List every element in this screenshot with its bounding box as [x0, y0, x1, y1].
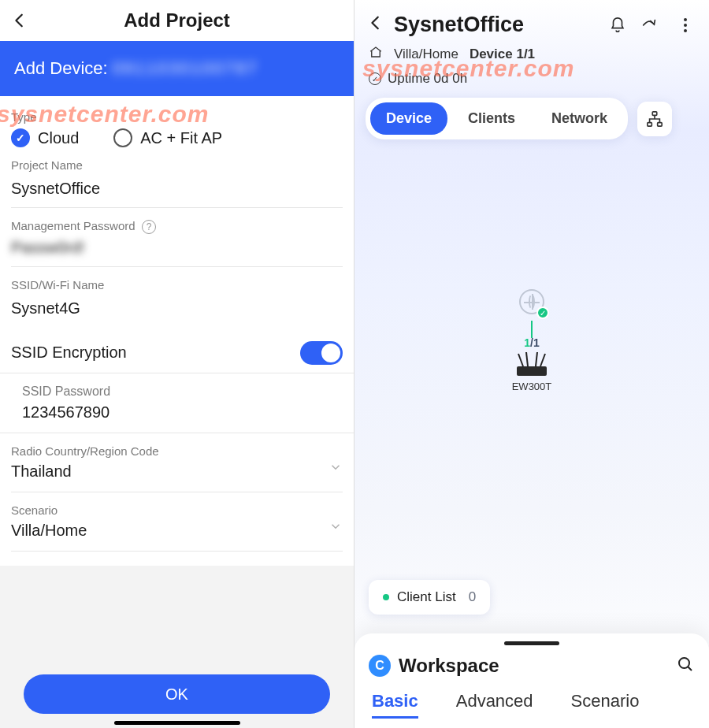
- ssid-encryption-label: SSID Encryption: [11, 344, 127, 362]
- subheader-row-2: ✓ Uptime 0d 0h: [354, 66, 709, 98]
- radio-acfit-label: AC + Fit AP: [140, 129, 222, 147]
- check-badge-icon: ✓: [536, 306, 549, 319]
- segment-device[interactable]: Device: [370, 102, 447, 135]
- more-icon[interactable]: [674, 14, 696, 36]
- type-group: Type Cloud AC + Fit AP: [0, 96, 354, 147]
- topology-canvas[interactable]: ✓ 1/1 EW300T Client List 0: [354, 139, 709, 633]
- radio-checked-icon: [11, 128, 30, 147]
- segment-network[interactable]: Network: [536, 102, 623, 135]
- svg-line-6: [540, 354, 545, 366]
- sheet-handle[interactable]: [504, 641, 559, 645]
- tab-scenario[interactable]: Scenario: [571, 691, 640, 719]
- radio-unchecked-icon: [113, 128, 132, 147]
- svg-line-4: [526, 352, 528, 366]
- workspace-sheet: C Workspace Basic Advanced Scenario: [354, 633, 709, 728]
- ssid-field: SSID/Wi-Fi Name: [0, 267, 354, 327]
- topology-node[interactable]: ✓ 1/1 EW300T: [510, 289, 553, 392]
- status-dot-icon: [383, 594, 389, 600]
- project-title: SysnetOffice: [394, 13, 597, 37]
- svg-line-5: [536, 352, 537, 366]
- svg-rect-2: [658, 122, 663, 126]
- segment-clients[interactable]: Clients: [452, 102, 531, 135]
- mgmt-password-field: Management Password ? Passw0rd!: [0, 208, 354, 267]
- ssid-encryption-toggle[interactable]: [300, 341, 343, 365]
- add-device-bar: Add Device: 0911030100787: [0, 41, 354, 96]
- chevron-down-icon: [329, 460, 343, 478]
- client-list-chip[interactable]: Client List 0: [369, 580, 490, 615]
- project-name-input[interactable]: [11, 172, 343, 208]
- topology-button[interactable]: [637, 102, 672, 136]
- mgmt-password-label: Management Password: [11, 219, 135, 232]
- node-count: 1/1: [510, 336, 553, 349]
- radio-acfit[interactable]: AC + Fit AP: [113, 128, 222, 147]
- type-label: Type: [11, 110, 343, 124]
- chevron-down-icon: [329, 519, 343, 537]
- scenario-text: Villa/Home: [394, 46, 458, 62]
- svg-line-3: [518, 354, 523, 366]
- ssid-label: SSID/Wi-Fi Name: [11, 278, 343, 292]
- ssid-encryption-row: SSID Encryption: [0, 327, 354, 373]
- device-model-label: EW300T: [510, 381, 553, 392]
- add-device-serial: 0911030100787: [113, 58, 258, 79]
- back-icon[interactable]: [11, 11, 28, 33]
- left-header: Add Project: [0, 0, 354, 41]
- mgmt-password-value[interactable]: Passw0rd!: [11, 234, 343, 266]
- workspace-badge-icon: C: [369, 655, 391, 677]
- tab-advanced[interactable]: Advanced: [456, 691, 533, 719]
- svg-rect-1: [648, 122, 652, 126]
- project-name-label: Project Name: [11, 158, 343, 172]
- svg-line-9: [688, 667, 692, 670]
- scenario-value: Villa/Home: [11, 522, 87, 540]
- scenario-label: Scenario: [11, 503, 343, 517]
- add-device-prefix: Add Device:: [14, 58, 108, 79]
- radio-cloud[interactable]: Cloud: [11, 128, 79, 147]
- ssid-input[interactable]: [11, 292, 343, 327]
- ssid-password-label: SSID Password: [22, 384, 343, 399]
- bottom-area: OK: [0, 566, 354, 728]
- scenario-field[interactable]: Scenario Villa/Home: [0, 492, 354, 552]
- project-name-field: Project Name: [0, 147, 354, 208]
- radio-cloud-label: Cloud: [38, 129, 79, 147]
- back-icon[interactable]: [367, 14, 384, 36]
- ssid-password-block: SSID Password 1234567890: [0, 373, 354, 433]
- country-field[interactable]: Radio Country/Region Code Thailand: [0, 433, 354, 492]
- tab-basic[interactable]: Basic: [372, 691, 418, 719]
- uptime-text: Uptime 0d 0h: [388, 71, 467, 87]
- project-detail-screen: SysnetOffice Villa/Home Device 1/1 ✓ Upt…: [354, 0, 709, 728]
- country-label: Radio Country/Region Code: [11, 444, 343, 458]
- subheader-row-1: Villa/Home Device 1/1: [354, 42, 709, 66]
- workspace-title: Workspace: [399, 655, 499, 677]
- link-line: [531, 321, 533, 338]
- svg-rect-0: [652, 111, 657, 115]
- router-icon: [510, 352, 553, 379]
- client-list-count: 0: [469, 589, 476, 605]
- svg-point-8: [679, 658, 689, 668]
- help-icon[interactable]: ?: [142, 220, 156, 234]
- ssid-password-value[interactable]: 1234567890: [22, 399, 343, 433]
- page-title: Add Project: [124, 9, 230, 32]
- add-project-screen: Add Project Add Device: 0911030100787 sy…: [0, 0, 354, 728]
- right-header: SysnetOffice: [354, 0, 709, 42]
- search-icon[interactable]: [676, 655, 695, 677]
- segment-control: Device Clients Network: [354, 98, 709, 139]
- clock-icon: ✓: [369, 72, 381, 85]
- country-value: Thailand: [11, 462, 72, 481]
- bell-icon[interactable]: [607, 14, 629, 36]
- home-indicator: [114, 721, 240, 725]
- share-icon[interactable]: [638, 14, 660, 36]
- svg-rect-7: [517, 366, 547, 376]
- client-list-label: Client List: [397, 589, 456, 605]
- device-count-text: Device 1/1: [470, 46, 535, 62]
- ok-button[interactable]: OK: [24, 674, 330, 714]
- home-icon: [369, 45, 383, 63]
- workspace-tabs: Basic Advanced Scenario: [369, 691, 695, 728]
